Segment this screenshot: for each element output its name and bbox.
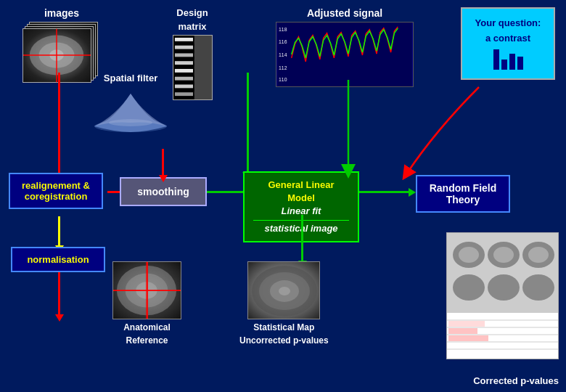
arrow-images-to-realignment bbox=[58, 73, 60, 178]
anatomical-label-line1: Anatomical bbox=[123, 322, 171, 332]
svg-point-41 bbox=[522, 274, 554, 301]
anatomical-img bbox=[112, 261, 181, 319]
results-image-svg bbox=[447, 233, 559, 359]
stat-map-label-line2: Uncorrected p-values bbox=[239, 335, 329, 346]
svg-rect-15 bbox=[277, 23, 412, 86]
corrected-section: Corrected p-values bbox=[473, 375, 559, 386]
arrow-realignment-to-normalisation bbox=[58, 216, 60, 247]
question-label-line2: a contrast bbox=[485, 33, 530, 44]
images-section: images ● bbox=[11, 7, 112, 80]
svg-rect-49 bbox=[448, 328, 477, 334]
realignment-box: realignement & coregistration bbox=[9, 173, 103, 209]
adjusted-signal-section: Adjusted signal 118 116 114 112 110 bbox=[272, 7, 417, 87]
stat-map-section: Statistical Map Uncorrected p-values bbox=[239, 261, 329, 346]
signal-chart: 118 116 114 112 110 bbox=[276, 22, 414, 87]
svg-point-34 bbox=[459, 247, 479, 263]
contrast-bars bbox=[493, 48, 523, 70]
svg-text:116: 116 bbox=[279, 39, 287, 44]
stat-map-label-line1: Statistical Map bbox=[253, 322, 314, 332]
arrow-design-to-glm bbox=[247, 73, 249, 178]
svg-rect-10 bbox=[174, 61, 192, 65]
gaussian-shape-svg bbox=[91, 86, 171, 134]
arrow-spatial-to-smoothing bbox=[162, 149, 164, 176]
normalisation-box: normalisation bbox=[11, 247, 105, 272]
svg-point-38 bbox=[528, 247, 549, 263]
rft-box: Random Field Theory bbox=[416, 175, 510, 213]
signal-chart-svg: 118 116 114 112 110 bbox=[276, 23, 413, 86]
bar-1 bbox=[493, 49, 499, 70]
svg-point-31 bbox=[279, 287, 290, 295]
results-image bbox=[446, 232, 559, 359]
anatomical-label-line2: Reference bbox=[126, 335, 168, 346]
svg-text:112: 112 bbox=[279, 65, 287, 70]
arrow-glm-to-statmap bbox=[301, 215, 303, 262]
svg-point-39 bbox=[453, 274, 485, 301]
adjusted-signal-label: Adjusted signal bbox=[307, 7, 382, 19]
normalisation-label: normalisation bbox=[21, 254, 95, 265]
spatial-filter-section: Spatial filter bbox=[80, 73, 181, 134]
rft-line2: Theory bbox=[426, 194, 500, 205]
svg-text:114: 114 bbox=[279, 52, 287, 57]
stat-map-img bbox=[247, 261, 320, 319]
question-label-line1: Your question: bbox=[475, 17, 541, 28]
stat-map-svg bbox=[248, 262, 321, 320]
brain-stack: ● bbox=[22, 22, 102, 80]
svg-point-22 bbox=[109, 119, 152, 126]
svg-rect-50 bbox=[448, 335, 488, 341]
main-container: images ● Desi bbox=[0, 0, 566, 392]
svg-rect-8 bbox=[174, 46, 192, 49]
svg-rect-9 bbox=[174, 53, 192, 57]
svg-rect-7 bbox=[174, 38, 192, 41]
svg-rect-6 bbox=[194, 36, 211, 99]
bar-2 bbox=[501, 60, 507, 70]
svg-text:110: 110 bbox=[279, 77, 287, 82]
bar-4 bbox=[517, 57, 523, 70]
svg-text:118: 118 bbox=[279, 27, 287, 32]
images-label: images bbox=[44, 7, 79, 19]
svg-point-36 bbox=[493, 247, 514, 263]
svg-point-40 bbox=[488, 274, 520, 301]
design-label-line1: Design bbox=[176, 7, 208, 18]
corrected-label: Corrected p-values bbox=[473, 375, 559, 386]
question-section: Your question: a contrast bbox=[461, 7, 555, 80]
realignment-label-line1: realignement & bbox=[19, 180, 93, 191]
rft-line1: Random Field bbox=[426, 182, 500, 194]
anatomical-section: Anatomical Reference bbox=[112, 261, 181, 346]
bar-3 bbox=[509, 54, 515, 70]
spatial-filter-label: Spatial filter bbox=[104, 73, 157, 83]
svg-rect-48 bbox=[448, 321, 485, 327]
realignment-label-line2: coregistration bbox=[19, 191, 93, 202]
design-label-line2: matrix bbox=[178, 21, 206, 32]
arrow-glm-to-rft bbox=[359, 191, 410, 193]
arrow-normalisation-to-anatomical bbox=[58, 272, 60, 316]
glm-line1: General Linear Model bbox=[253, 179, 349, 205]
smoothing-label: smoothing bbox=[134, 186, 192, 197]
